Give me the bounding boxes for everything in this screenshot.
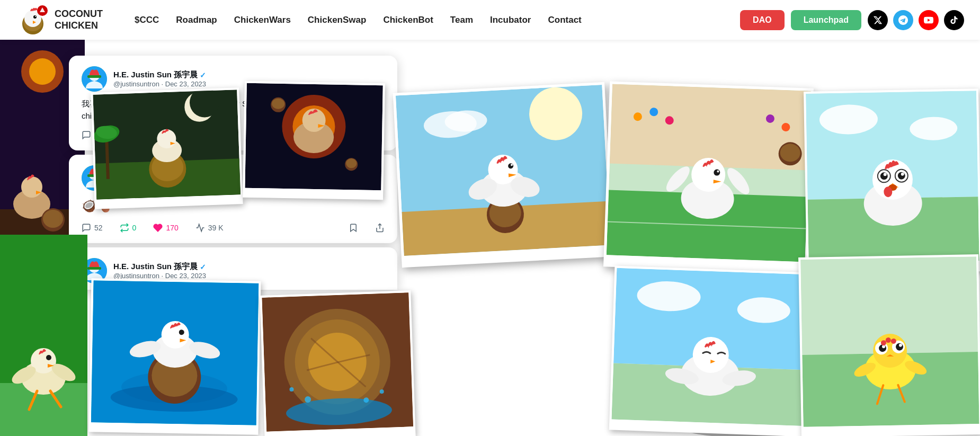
tweet-meta-3: @justinsuntron · Dec 23, 2023 [113, 272, 385, 280]
logo-icon [16, 3, 50, 37]
dao-button[interactable]: DAO [740, 10, 785, 30]
svg-point-4 [33, 15, 37, 19]
bg-photo-6 [804, 88, 980, 274]
nav-contact[interactable]: Contact [548, 15, 581, 25]
nav-roadmap[interactable]: Roadmap [176, 15, 217, 25]
social-icons [868, 10, 964, 30]
nav-team[interactable]: Team [450, 15, 473, 25]
bg-photo-11 [798, 254, 980, 436]
youtube-icon[interactable] [919, 10, 939, 30]
tiktok-icon[interactable] [944, 10, 964, 30]
nav-chickenswap[interactable]: ChickenSwap [308, 15, 367, 25]
logo[interactable]: COCONUT CHICKEN [16, 3, 103, 37]
navbar: COCONUT CHICKEN $CCC Roadmap ChickenWars… [0, 0, 980, 40]
nav-incubator[interactable]: Incubator [490, 15, 531, 25]
bg-photo-8 [88, 278, 261, 435]
nav-ccc[interactable]: $CCC [135, 15, 159, 25]
tweet-name-3: H.E. Justin Sun 孫宇晨 ✓ [113, 262, 385, 272]
tweet-actions-2: 52 0 170 39 [82, 223, 385, 233]
brand-name: COCONUT CHICKEN [55, 8, 103, 31]
svg-point-16 [43, 210, 63, 228]
tweet-name-1: H.E. Justin Sun 孫宇晨 ✓ [113, 70, 385, 80]
svg-point-10 [29, 58, 56, 85]
views-action-2[interactable]: 39 K [195, 223, 224, 233]
bg-photo-3 [243, 81, 385, 200]
tweet-avatar-1 [82, 66, 107, 92]
hero-section: H.E. Justin Sun 孫宇晨 ✓ @justinsuntron · D… [0, 40, 980, 436]
reply-action-2[interactable]: 52 [82, 223, 103, 233]
svg-point-13 [21, 176, 42, 198]
bg-photo-7 [0, 235, 87, 436]
nav-links: $CCC Roadmap ChickenWars ChickenSwap Chi… [135, 15, 740, 25]
bg-photo-5 [603, 81, 814, 273]
svg-point-5 [35, 16, 36, 17]
verified-badge-3: ✓ [200, 263, 206, 271]
svg-point-97 [46, 355, 51, 360]
svg-rect-182 [87, 75, 101, 78]
retweet-action-2[interactable]: 0 [120, 223, 137, 233]
bg-photo-9 [260, 290, 415, 436]
verified-badge-1: ✓ [200, 71, 206, 79]
bookmark-action-2[interactable] [349, 223, 358, 233]
nav-buttons: DAO Launchpad [740, 10, 861, 30]
like-action-2[interactable]: 170 [153, 223, 178, 233]
twitter-icon[interactable] [868, 10, 888, 30]
launchpad-button[interactable]: Launchpad [791, 10, 861, 30]
tweet-user-info-3: H.E. Justin Sun 孫宇晨 ✓ @justinsuntron · D… [113, 262, 385, 280]
bg-photo-10 [609, 266, 814, 436]
svg-rect-190 [87, 267, 101, 270]
nav-chickenbot[interactable]: ChickenBot [383, 15, 433, 25]
share-action-2[interactable] [375, 223, 385, 233]
telegram-icon[interactable] [893, 10, 913, 30]
bg-photo-2 [91, 87, 243, 209]
nav-chickenwars[interactable]: ChickenWars [234, 15, 291, 25]
bg-photo-4 [393, 82, 614, 268]
